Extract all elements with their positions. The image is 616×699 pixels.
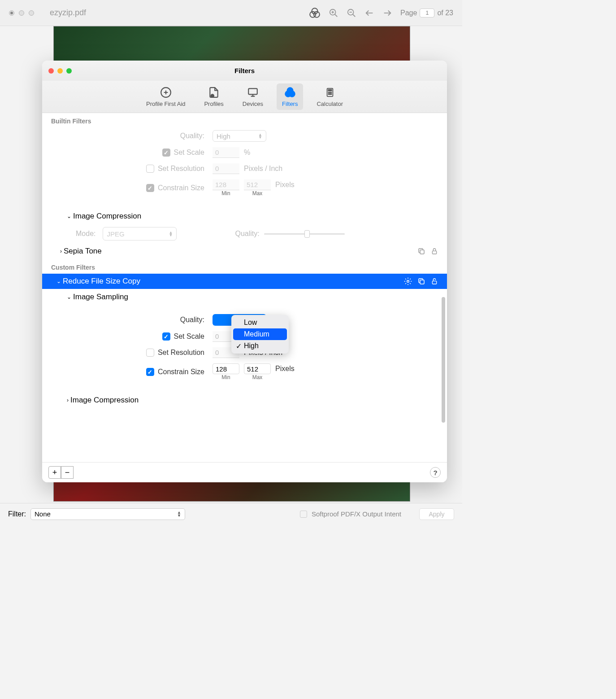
quality-option-medium[interactable]: Medium [233,328,287,340]
svg-line-8 [353,14,356,17]
ppi-unit: Pixels / Inch [244,165,282,173]
panel-title: Filters [234,67,255,74]
panel-zoom[interactable] [66,68,72,74]
constrain-size-checkbox [146,184,154,192]
quality-option-low[interactable]: Low [233,317,287,328]
tab-calculator[interactable]: Calculator [311,83,348,110]
chevron-down-icon: ⌄ [67,294,71,300]
custom-set-resolution-checkbox[interactable] [146,349,154,357]
svg-point-29 [331,94,332,95]
tab-profile-first-aid[interactable]: Profile First Aid [141,83,191,110]
quality-dropdown: Low Medium High [231,315,289,354]
scrollbar[interactable] [442,297,445,423]
bottom-bar: Filter: None ▲▼ Softproof PDF/X Output I… [0,503,462,524]
filter-label: Filter: [8,510,26,518]
zoom-out-icon[interactable] [347,8,356,18]
softproof-checkbox[interactable] [300,511,307,518]
softproof-label: Softproof PDF/X Output Intent [312,510,401,518]
set-resolution-label: Set Resolution [158,165,204,173]
tab-profiles[interactable]: Profiles [199,83,229,110]
comp-quality-label: Quality: [235,230,259,238]
panel-close[interactable] [48,68,54,74]
set-scale-label: Set Scale [174,149,204,157]
help-button[interactable]: ? [430,467,441,478]
svg-rect-23 [328,90,331,91]
svg-point-32 [407,280,409,283]
custom-filters-label: Custom Filters [42,259,447,274]
color-filter-icon[interactable] [309,7,321,19]
filters-panel: Filters Profile First Aid Profiles Devic… [42,61,447,482]
custom-constrain-min[interactable] [213,363,239,374]
svg-point-21 [289,91,295,97]
panel-footer: + − ? [42,462,447,482]
copy-icon[interactable] [417,277,425,285]
constrain-max-input [244,179,271,190]
panel-tabs: Profile First Aid Profiles Devices Filte… [42,81,447,113]
builtin-filters-label: Builtin Filters [42,113,447,127]
page-input[interactable] [420,9,434,17]
panel-minimize[interactable] [57,68,63,74]
main-toolbar: ezyzip.pdf Page of 23 [0,0,462,26]
tab-filters[interactable]: Filters [277,83,303,110]
mode-select[interactable]: JPEG ▲▼ [103,227,177,240]
chevron-right-icon: › [60,248,62,254]
window-minimize[interactable] [19,10,24,16]
svg-point-26 [331,92,332,93]
chevron-right-icon: › [67,397,69,403]
svg-point-15 [211,94,214,97]
svg-point-25 [330,92,330,93]
custom-constrain-max[interactable] [244,363,271,374]
zoom-in-icon[interactable] [329,8,338,18]
quality-slider[interactable] [264,233,345,235]
max-label: Max [252,190,263,197]
add-button[interactable]: + [48,466,61,479]
custom-set-scale-checkbox[interactable] [162,332,170,341]
image-compression-disclosure[interactable]: ⌄ Image Compression [42,208,447,224]
panel-titlebar: Filters [42,61,447,81]
svg-rect-34 [432,281,436,284]
svg-line-4 [335,14,338,17]
mode-label: Mode: [76,230,95,238]
set-resolution-checkbox [146,165,154,173]
svg-rect-31 [432,251,436,254]
quality-label: Quality: [42,132,208,140]
forward-icon[interactable] [382,8,392,18]
filter-select[interactable]: None ▲▼ [30,508,185,520]
image-sampling-disclosure[interactable]: ⌄ Image Sampling [42,289,447,305]
apply-button[interactable]: Apply [419,508,454,520]
custom-image-compression-disclosure[interactable]: › Image Compression [42,392,447,408]
window-close[interactable] [9,10,14,16]
min-label: Min [221,190,230,197]
constrain-min-input [213,179,239,190]
page-total: of 23 [437,9,453,17]
document-title: ezyzip.pdf [50,8,86,17]
remove-button[interactable]: − [61,466,74,479]
custom-pixels-unit: Pixels [275,365,295,373]
quality-option-high[interactable]: High [233,340,287,352]
page-indicator: Page of 23 [400,9,453,17]
copy-icon[interactable] [417,247,425,255]
window-controls [9,10,34,16]
svg-rect-30 [420,250,424,254]
chevron-down-icon: ⌄ [67,213,71,219]
svg-rect-16 [248,88,257,94]
svg-point-24 [328,92,329,93]
lock-icon[interactable] [431,247,438,255]
window-zoom[interactable] [29,10,34,16]
set-scale-checkbox [162,149,170,157]
reduce-file-size-row[interactable]: ⌄ Reduce File Size Copy [42,274,447,289]
svg-point-27 [328,94,329,95]
sepia-tone-disclosure[interactable]: › Sepia Tone [42,243,447,259]
panel-body: Builtin Filters Quality: High ▲▼ Set Sca… [42,113,447,462]
custom-constrain-label: Constrain Size [158,368,204,376]
svg-point-28 [330,94,330,95]
chevron-down-icon: ⌄ [56,278,61,284]
tab-devices[interactable]: Devices [237,83,269,110]
gear-icon[interactable] [404,277,412,285]
constrain-size-label: Constrain Size [158,184,204,192]
unlock-icon[interactable] [431,277,438,285]
quality-select[interactable]: High ▲▼ [213,130,266,142]
custom-constrain-checkbox[interactable] [146,368,154,376]
back-icon[interactable] [364,8,374,18]
custom-set-resolution-label: Set Resolution [158,349,204,357]
